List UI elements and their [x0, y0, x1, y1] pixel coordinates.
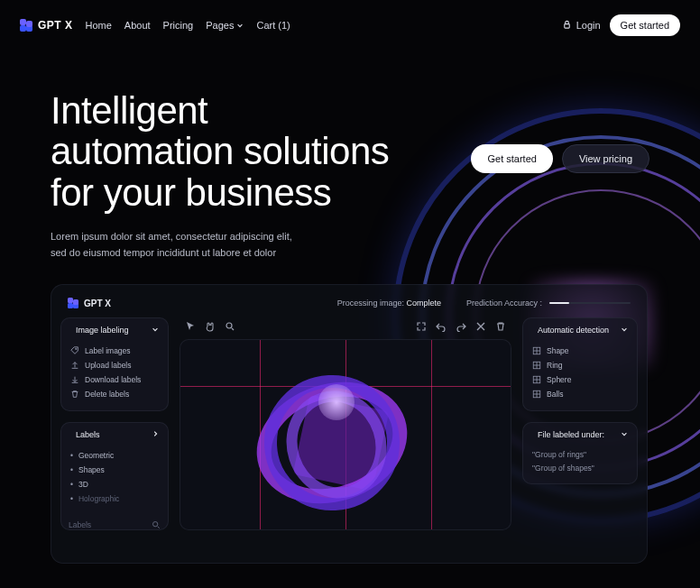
close-icon[interactable]	[475, 321, 486, 332]
hero-headline-line2: automation solutions	[51, 130, 389, 172]
hero-headline-line3: for your business	[51, 171, 331, 214]
redo-icon[interactable]	[456, 321, 466, 332]
nav-cart[interactable]: Cart (1)	[256, 20, 290, 31]
detect-balls[interactable]: Balls	[532, 387, 628, 401]
pointer-icon[interactable]	[185, 321, 196, 332]
label-holographic[interactable]: •Holographic	[70, 492, 159, 506]
image-labeling-panel: Image labeling Label images Upload label…	[60, 317, 169, 411]
hero-headline-line1: Intelligent	[51, 89, 207, 132]
hero: Intelligent automation solutions for you…	[0, 51, 700, 261]
get-started-button[interactable]: Get started	[610, 14, 680, 36]
svg-point-3	[226, 323, 232, 328]
svg-rect-0	[564, 23, 569, 28]
grid-line	[431, 340, 432, 529]
chevron-down-icon	[236, 22, 244, 29]
nav-pages[interactable]: Pages	[206, 20, 244, 31]
upload-labels-item[interactable]: Upload labels	[70, 358, 159, 372]
dashboard-brand: GPT X	[68, 298, 111, 308]
processing-status: Processing image: Complete	[337, 299, 441, 308]
brand-logo[interactable]: GPT X	[20, 19, 73, 32]
nav-about[interactable]: About	[124, 20, 151, 31]
download-icon	[70, 375, 79, 384]
label-shapes[interactable]: •Shapes	[70, 463, 159, 477]
chevron-down-icon[interactable]	[152, 326, 159, 335]
dashboard-header: GPT X Processing image: Complete Predict…	[51, 285, 647, 317]
labels-search-input[interactable]: Labels	[69, 520, 91, 529]
delete-icon[interactable]	[495, 321, 506, 332]
accuracy-bar	[549, 302, 631, 304]
nav-pricing[interactable]: Pricing	[163, 20, 194, 31]
dashboard-brand-name: GPT X	[84, 299, 111, 308]
detect-shape[interactable]: Shape	[532, 344, 628, 358]
hero-headline: Intelligent automation solutions for you…	[51, 90, 465, 213]
grid-icon	[532, 375, 541, 384]
trash-icon	[70, 390, 79, 399]
labels-title: Labels	[76, 430, 100, 439]
label-geometric[interactable]: •Geometric	[70, 448, 159, 463]
hand-icon[interactable]	[205, 321, 216, 332]
labels-panel: Labels •Geometric •Shapes •3D •Holograph…	[60, 422, 169, 530]
hero-subtext: Lorem ipsum dolor sit amet, consectetur …	[51, 229, 357, 261]
dashboard-brand-icon	[68, 298, 78, 308]
brand-name: GPT X	[38, 19, 73, 32]
delete-labels-item[interactable]: Delete labels	[70, 387, 159, 401]
grid-icon	[532, 390, 541, 399]
hero-view-pricing-button[interactable]: View pricing	[562, 144, 649, 173]
nav-pages-label: Pages	[206, 20, 234, 31]
status-label: Processing image:	[337, 299, 404, 308]
detect-ring[interactable]: Ring	[532, 358, 628, 372]
chevron-down-icon[interactable]	[621, 430, 628, 439]
auto-detection-panel: Automatic detection Shape Ring Sphere Ba…	[522, 317, 638, 411]
undo-icon[interactable]	[436, 321, 447, 332]
auto-detection-title: Automatic detection	[538, 326, 609, 335]
search-icon[interactable]	[152, 520, 161, 529]
prediction-accuracy: Prediction Accuracy :	[466, 299, 631, 308]
brand-mark-icon	[20, 19, 32, 32]
canvas-toolbar	[180, 317, 511, 339]
accuracy-label: Prediction Accuracy :	[466, 299, 542, 308]
dashboard-window: GPT X Processing image: Complete Predict…	[51, 284, 648, 564]
labeled-group-1: "Group of rings"	[532, 448, 628, 461]
grid-icon	[532, 346, 541, 355]
expand-icon[interactable]	[416, 321, 427, 332]
zoom-icon[interactable]	[225, 321, 235, 332]
chevron-right-icon[interactable]	[152, 430, 159, 439]
upload-icon	[70, 361, 79, 370]
download-labels-item[interactable]: Download labels	[70, 372, 159, 387]
chevron-down-icon[interactable]	[621, 326, 628, 335]
top-nav: GPT X Home About Pricing Pages Cart (1) …	[0, 0, 700, 51]
detect-sphere[interactable]: Sphere	[532, 372, 628, 387]
image-labeling-title: Image labeling	[76, 326, 129, 335]
labeled-group-2: "Group of shapes"	[532, 462, 628, 474]
svg-point-2	[153, 522, 158, 527]
label-images-item[interactable]: Label images	[70, 344, 159, 358]
lock-icon	[562, 20, 572, 32]
label-3d[interactable]: •3D	[70, 477, 159, 492]
status-value: Complete	[406, 299, 441, 308]
svg-point-1	[76, 349, 77, 350]
login-link[interactable]: Login	[562, 20, 601, 32]
tag-icon	[70, 346, 79, 355]
nav-home[interactable]: Home	[86, 20, 112, 31]
hero-sub-line2: sed do eiusmod tempor incididunt ut labo…	[51, 247, 276, 258]
login-label: Login	[576, 20, 601, 31]
canvas-area	[180, 317, 511, 530]
grid-icon	[532, 361, 541, 370]
canvas-artwork	[246, 357, 418, 528]
canvas[interactable]	[180, 339, 511, 530]
file-labeled-title: File labeled under:	[538, 430, 604, 439]
hero-get-started-button[interactable]: Get started	[471, 144, 552, 173]
hero-sub-line1: Lorem ipsum dolor sit amet, consectetur …	[51, 231, 292, 242]
file-labeled-panel: File labeled under: "Group of rings" "Gr…	[522, 422, 638, 484]
